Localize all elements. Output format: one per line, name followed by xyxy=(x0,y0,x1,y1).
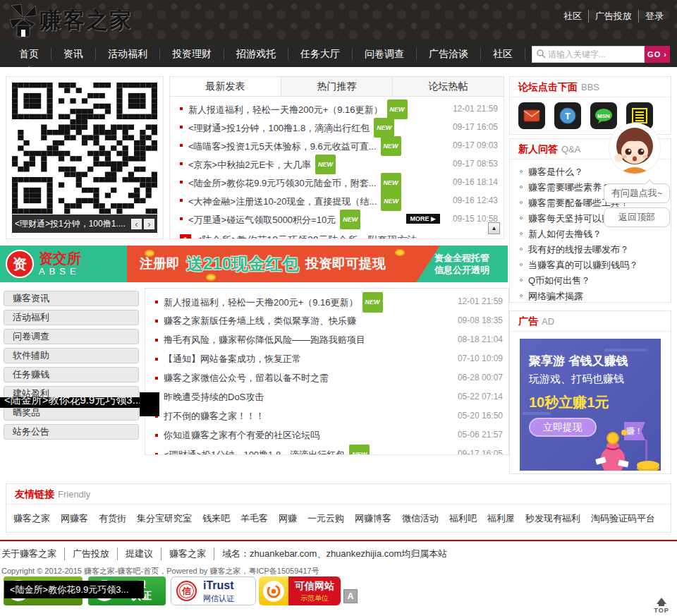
post-link[interactable]: <京东>中秋抽2元E卡，大几率 xyxy=(188,159,311,170)
news-link[interactable]: 你知道赚客之家有个有爱的社区论坛吗 xyxy=(164,430,319,440)
sidebar-category-button[interactable]: 赚客资讯 xyxy=(4,291,139,306)
post-row[interactable]: <陆金所>教你花9.9元巧领30元陆金币，附套...NEW MORE ▶ 09-… xyxy=(170,173,504,191)
nav-item[interactable]: 投资理财 xyxy=(160,48,224,60)
accessibility-badge[interactable]: A xyxy=(343,589,358,603)
msn-icon[interactable]: MSN xyxy=(590,102,617,129)
search-go-button[interactable]: GO › xyxy=(645,46,670,63)
back-to-top-bubble[interactable]: 返回顶部 xyxy=(604,207,670,227)
news-row[interactable]: 你知道赚客之家有个有爱的社区论坛吗NEW 05-06 21:57 xyxy=(145,425,508,445)
sidebar-category-button[interactable]: 活动福利 xyxy=(4,310,139,325)
qa-item[interactable]: 当赚客真的可以赚到钱吗？ xyxy=(520,258,671,273)
post-row[interactable]: <喵喵客>投资1元5天体验标，9.6元收益可直...NEW MORE ▶ 09-… xyxy=(170,136,504,155)
ticker-link[interactable]: <陆金所>教你花10元巧领30元陆金所，附套现方法 xyxy=(196,234,417,239)
footer-link-suggest[interactable]: 提建议 xyxy=(118,548,161,560)
news-row[interactable]: 【通知】网站备案成功，恢复正常NEW 07-10 10:09 xyxy=(145,349,508,368)
friendly-link[interactable]: 网赚博客 xyxy=(355,512,391,525)
news-link[interactable]: 新人报道福利，轻松一天撸200元+（9.16更新） xyxy=(164,297,358,308)
nav-item[interactable]: 任务大厅 xyxy=(288,48,353,60)
sidebar-category-button[interactable]: 软件辅助 xyxy=(4,348,139,363)
post-link[interactable]: <大神金融>注册送10-20现金，直接提现（结... xyxy=(188,196,377,207)
friendly-link[interactable]: 网赚 xyxy=(279,512,297,525)
news-row[interactable]: 打不倒的赚客之家！！！NEW 05-20 16:50 xyxy=(145,406,508,425)
news-row[interactable]: 昨晚遭受持续的DoS攻击NEW 05-22 07:14 xyxy=(145,387,508,406)
header-link-login[interactable]: 登录 xyxy=(638,10,670,23)
itrust-badge[interactable]: 信 iTrust 网信认证 xyxy=(171,576,256,605)
qa-mascot-avatar[interactable] xyxy=(609,123,660,174)
nav-item[interactable]: 资讯 xyxy=(51,48,96,60)
floating-ticker-bar[interactable]: <陆金所>教你花9.9元巧领3... xyxy=(0,397,140,408)
news-link[interactable]: 【通知】网站备案成功，恢复正常 xyxy=(164,354,301,364)
qr-next-button[interactable]: › xyxy=(144,219,154,229)
header-link-advertise[interactable]: 广告投放 xyxy=(588,10,638,23)
news-link[interactable]: 昨晚遭受持续的DoS攻击 xyxy=(164,392,264,402)
more-badge[interactable]: MORE ▶ xyxy=(406,214,440,224)
friendly-link[interactable]: 羊毛客 xyxy=(240,512,268,525)
news-row[interactable]: <理财通>投1分钟，100撸1.8，滴滴出行红包NEW 09-17 16:05 xyxy=(145,445,508,455)
news-link[interactable]: 打不倒的赚客之家！！！ xyxy=(164,411,264,421)
news-row[interactable]: 新人报道福利，轻松一天撸200元+（9.16更新）NEW 12-01 21:59 xyxy=(145,292,508,311)
news-row[interactable]: 赚客之家新版任务墙上线，类似聚享游、快乐赚NEW 09-08 18:35 xyxy=(145,311,508,330)
qa-item[interactable]: 网络骗术揭露 xyxy=(520,289,671,304)
posts-tab[interactable]: 论坛热帖 xyxy=(393,77,504,96)
nav-item[interactable]: 社区 xyxy=(481,48,525,60)
ad-banner[interactable]: 资 资交所 ABSE 注册即 送210现金红包 投资即可提现 资金全程托管 信息… xyxy=(0,246,508,282)
nav-item[interactable]: 问卷调查 xyxy=(353,48,417,60)
trusted-site-badge[interactable]: 可信网站 示范单位 xyxy=(259,576,341,605)
friendly-link[interactable]: 福利吧 xyxy=(449,512,477,525)
sidebar-category-button[interactable]: 问卷调查 xyxy=(4,329,139,344)
footer-link-home[interactable]: 赚客之家 xyxy=(161,548,214,560)
post-row[interactable]: 新人报道福利，轻松一天撸200元+（9.16更新）NEW MORE ▶ 12-0… xyxy=(170,99,504,118)
friendly-link[interactable]: 网赚客 xyxy=(61,512,88,525)
sidebar-category-button[interactable]: 任务赚钱 xyxy=(4,367,139,382)
search-input[interactable] xyxy=(532,46,645,63)
floating-ticker-handle[interactable] xyxy=(140,392,159,416)
site-logo[interactable]: 赚客之家 xyxy=(7,3,133,38)
friendly-link[interactable]: 赚客之家 xyxy=(13,512,50,525)
qr-prev-button[interactable]: ‹ xyxy=(131,219,142,229)
friendly-link[interactable]: 福利屋 xyxy=(487,512,515,525)
floating-news-tooltip[interactable]: <陆金所>教你花9.9元巧领3... xyxy=(4,581,144,598)
friendly-link[interactable]: 微信活动 xyxy=(402,512,439,525)
nav-item[interactable]: 首页 xyxy=(7,48,51,60)
footer-link-advertise[interactable]: 广告投放 xyxy=(65,548,118,560)
nav-item[interactable]: 活动福利 xyxy=(96,48,160,60)
back-to-top-button[interactable]: TOP xyxy=(649,593,674,614)
mail-icon[interactable] xyxy=(518,102,545,129)
qa-item[interactable]: Q币如何出售？ xyxy=(520,273,671,289)
post-link[interactable]: <陆金所>教你花9.9元巧领30元陆金币，附套... xyxy=(188,178,377,188)
post-row[interactable]: <京东>中秋抽2元E卡，大几率NEW MORE ▶ 09-17 08:53 xyxy=(170,155,504,173)
ad-image[interactable]: 聚享游 省钱又赚钱 玩游戏、打码也赚钱 10秒立赚1元 立即提现 赚！ xyxy=(520,339,661,471)
nav-item[interactable]: 招游戏托 xyxy=(224,48,288,60)
post-row[interactable]: <理财通>投1分钟，100撸1.8，滴滴出行红包NEW MORE ▶ 09-17… xyxy=(170,118,504,136)
friendly-link[interactable]: 秒发现有福利 xyxy=(525,512,580,525)
posts-tab[interactable]: 热门推荐 xyxy=(281,77,393,96)
posts-tab[interactable]: 最新发表 xyxy=(170,77,281,96)
post-link[interactable]: 新人报道福利，轻松一天撸200元+（9.16更新） xyxy=(188,104,383,115)
sidebar-category-button[interactable]: 站务公告 xyxy=(4,424,139,440)
qa-item[interactable]: 新人如何去撸钱？ xyxy=(520,227,671,242)
hot-ticker-row[interactable]: 1<陆金所>教你花10元巧领30元陆金所，附套现方法 xyxy=(170,231,504,239)
post-link[interactable]: <理财通>投1分钟，100撸1.8，滴滴出行红包 xyxy=(188,123,370,133)
friendly-link[interactable]: 一元云购 xyxy=(307,512,344,525)
nav-item[interactable]: 广告洽谈 xyxy=(417,48,481,60)
friendly-link[interactable]: 集分宝研究室 xyxy=(137,512,192,525)
news-link[interactable]: 撸毛有风险，赚家帮你降低风险——跑路我赔项目 xyxy=(164,334,365,345)
news-row[interactable]: 赚客之家微信公众号，留着以备不时之需NEW 06-28 00:07 xyxy=(145,368,508,387)
friendly-link[interactable]: 淘码验证码平台 xyxy=(591,512,655,525)
friendly-link[interactable]: 钱来吧 xyxy=(202,512,230,525)
news-link[interactable]: <理财通>投1分钟，100撸1.8，滴滴出行红包 xyxy=(164,449,345,455)
mascot-bubble[interactable]: 有问题点我~ xyxy=(604,183,670,203)
scroll-up-button[interactable]: ▲ xyxy=(488,222,500,234)
qr-caption-text[interactable]: <理财通>投1分钟，100撸1.... xyxy=(15,215,129,233)
qa-item[interactable]: 我有好的线报去哪发布？ xyxy=(520,242,671,258)
news-link[interactable]: 赚客之家新版任务墙上线，类似聚享游、快乐赚 xyxy=(164,315,356,326)
header-link-community[interactable]: 社区 xyxy=(557,10,588,23)
news-row[interactable]: 撸毛有风险，赚家帮你降低风险——跑路我赔项目NEW 08-18 21:04 xyxy=(145,330,508,349)
news-link[interactable]: 赚客之家微信公众号，留着以备不时之需 xyxy=(164,373,329,383)
post-row[interactable]: <大神金融>注册送10-20现金，直接提现（结...NEW MORE ▶ 09-… xyxy=(170,191,504,210)
friendly-link[interactable]: 有货街 xyxy=(99,512,126,525)
footer-link-about[interactable]: 关于赚客之家 xyxy=(1,548,65,560)
post-link[interactable]: <万里通>碰运气领取5000积分=10元 xyxy=(188,215,336,225)
tencent-icon[interactable]: T xyxy=(554,102,581,129)
post-row[interactable]: <万里通>碰运气领取5000积分=10元NEW MORE ▶ 09-15 10:… xyxy=(170,210,504,228)
